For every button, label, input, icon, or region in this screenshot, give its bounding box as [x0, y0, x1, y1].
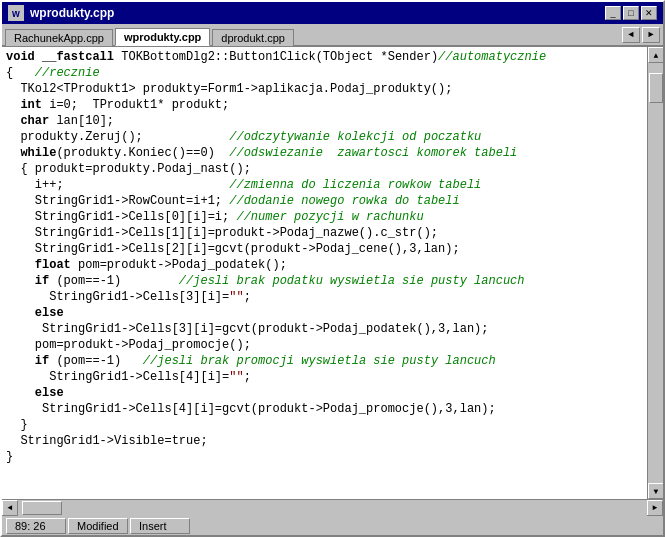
tab-next-button[interactable]: ►	[642, 27, 660, 43]
scroll-left-button[interactable]: ◄	[2, 500, 18, 516]
bottom-area: ◄ ► 89: 26 Modified Insert	[2, 499, 663, 535]
scroll-up-button[interactable]: ▲	[648, 47, 663, 63]
code-block: void __fastcall TOKBottomDlg2::Button1Cl…	[2, 47, 647, 467]
edit-state: Modified	[68, 518, 128, 534]
scroll-down-button[interactable]: ▼	[648, 483, 663, 499]
scroll-thumb-v[interactable]	[649, 73, 663, 103]
main-window: w wprodukty.cpp _ □ ✕ RachunekApp.cpp wp…	[0, 0, 665, 537]
tab-navigation: ◄ ►	[622, 27, 660, 45]
title-bar-left: w wprodukty.cpp	[8, 5, 114, 21]
close-button[interactable]: ✕	[641, 6, 657, 20]
horizontal-scrollbar: ◄ ►	[2, 499, 663, 515]
cursor-position: 89: 26	[6, 518, 66, 534]
window-icon: w	[8, 5, 24, 21]
scroll-track-h[interactable]	[18, 500, 647, 516]
vertical-scrollbar: ▲ ▼	[647, 47, 663, 499]
scroll-track-v[interactable]	[648, 63, 663, 483]
scroll-right-button[interactable]: ►	[647, 500, 663, 516]
tab-rachunekapp[interactable]: RachunekApp.cpp	[5, 29, 113, 46]
maximize-button[interactable]: □	[623, 6, 639, 20]
window-title: wprodukty.cpp	[30, 6, 114, 20]
code-container[interactable]: void __fastcall TOKBottomDlg2::Button1Cl…	[2, 47, 647, 499]
tabs-bar: RachunekApp.cpp wprodukty.cpp dprodukt.c…	[2, 24, 663, 47]
tab-prev-button[interactable]: ◄	[622, 27, 640, 43]
status-bar: 89: 26 Modified Insert	[2, 515, 663, 535]
minimize-button[interactable]: _	[605, 6, 621, 20]
scroll-thumb-h[interactable]	[22, 501, 62, 515]
title-bar-buttons: _ □ ✕	[605, 6, 657, 20]
tab-dprodukt[interactable]: dprodukt.cpp	[212, 29, 294, 46]
editor-area: void __fastcall TOKBottomDlg2::Button1Cl…	[2, 47, 663, 499]
tab-wprodukty[interactable]: wprodukty.cpp	[115, 28, 210, 46]
edit-mode: Insert	[130, 518, 190, 534]
title-bar: w wprodukty.cpp _ □ ✕	[2, 2, 663, 24]
